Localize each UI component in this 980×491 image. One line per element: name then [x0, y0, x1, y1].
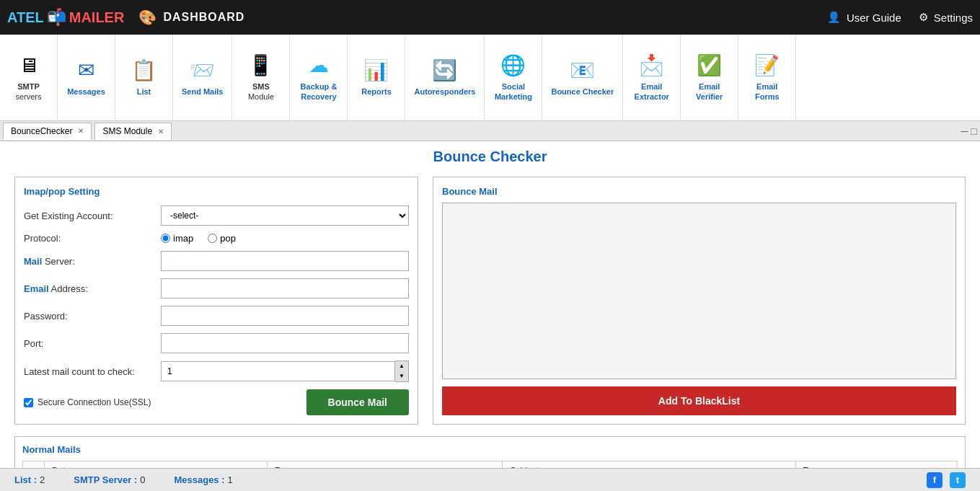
latest-mail-label: Latest mail count to check:	[24, 366, 154, 377]
status-messages-value: 1	[228, 474, 233, 485]
tab-smsmodule-close[interactable]: ✕	[158, 128, 164, 136]
get-existing-select[interactable]: -select-	[161, 205, 409, 226]
col-date: Date	[45, 461, 268, 469]
toolbar-list[interactable]: 📋 List	[115, 35, 173, 120]
toolbar-autoresponders-label: Autoresponders	[414, 87, 475, 97]
status-bar: List : 2 SMTP Server : 0 Messages : 1 f …	[0, 468, 980, 491]
status-smtp-label: SMTP Server :	[74, 474, 137, 485]
tab-minimize-icon[interactable]: ─	[961, 125, 968, 137]
toolbar-bouncechecker-label: Bounce Checker	[551, 87, 614, 97]
smtp-icon: 🖥	[19, 53, 39, 77]
nav-right: 👤 User Guide ⚙ Settings	[827, 11, 973, 24]
toolbar-smtp-label: SMTPservers	[15, 81, 41, 102]
mail-server-row: Mail Server:	[24, 251, 409, 271]
sendmails-icon: 📨	[190, 58, 215, 82]
facebook-icon[interactable]: f	[927, 472, 943, 488]
ssl-checkbox[interactable]	[24, 398, 33, 407]
reports-icon: 📊	[363, 58, 389, 82]
mail-server-input[interactable]	[161, 251, 409, 271]
left-panel: Imap/pop Setting Get Existing Account: -…	[14, 177, 418, 425]
toolbar-sms[interactable]: 📱 SMSModule	[232, 35, 290, 120]
tab-maximize-icon[interactable]: □	[971, 125, 977, 137]
status-list-value: 2	[40, 474, 45, 485]
tab-controls: ─ □	[961, 125, 977, 137]
toolbar-messages-label: Messages	[67, 87, 105, 97]
normal-mails-section: Normal Mails Date From Subject To	[14, 436, 966, 468]
tab-bar: BounceChecker ✕ SMS Module ✕ ─ □	[0, 121, 980, 141]
email-address-row: Email Address:	[24, 278, 409, 298]
toolbar-emailextractor-label: EmailExtractor	[635, 81, 669, 102]
toolbar-autoresponders[interactable]: 🔄 Autoresponders	[405, 35, 485, 120]
settings-icon: ⚙	[919, 11, 928, 24]
toolbar-emailverifier-label: EmailVerifier	[696, 81, 723, 102]
tab-bouncechecker-close[interactable]: ✕	[78, 127, 84, 135]
protocol-imap-text: imap	[173, 233, 193, 244]
bounce-mail-button[interactable]: Bounce Mail	[306, 389, 409, 415]
user-guide-nav[interactable]: 👤 User Guide	[827, 11, 901, 24]
logo-mailer: MAILER	[69, 9, 125, 26]
emailverifier-icon: ✅	[697, 53, 722, 77]
port-label: Port:	[24, 338, 154, 349]
latest-mail-row: Latest mail count to check: ▲ ▼	[24, 360, 409, 382]
password-input[interactable]	[161, 306, 409, 326]
toolbar-sms-label: SMSModule	[248, 81, 274, 102]
get-existing-label: Get Existing Account:	[24, 211, 154, 221]
protocol-pop-radio[interactable]	[208, 234, 217, 243]
spinner-down-button[interactable]: ▼	[395, 371, 408, 381]
toolbar-sendmails[interactable]: 📨 Send Mails	[173, 35, 232, 120]
col-from: From	[267, 461, 502, 469]
status-smtp: SMTP Server : 0	[74, 474, 145, 485]
latest-mail-input[interactable]	[161, 361, 395, 381]
logo-atel: ATEL	[7, 9, 44, 26]
sms-icon: 📱	[248, 53, 273, 77]
dashboard-nav[interactable]: 🎨 DASHBOARD	[138, 9, 244, 26]
ssl-checkbox-label[interactable]: Secure Connection Use(SSL)	[24, 397, 151, 407]
tab-bouncechecker-label: BounceChecker	[11, 126, 72, 136]
normal-mails-title: Normal Mails	[22, 444, 958, 455]
mails-table-header: Date From Subject To	[23, 461, 958, 469]
status-list-label: List :	[14, 474, 37, 485]
get-existing-row: Get Existing Account: -select-	[24, 205, 409, 226]
tab-bouncechecker[interactable]: BounceChecker ✕	[3, 123, 92, 140]
bounce-mail-textarea[interactable]	[442, 203, 956, 379]
content-row: Imap/pop Setting Get Existing Account: -…	[14, 177, 966, 425]
toolbar-emailverifier[interactable]: ✅ EmailVerifier	[681, 35, 738, 120]
email-address-input[interactable]	[161, 278, 409, 298]
bounce-mail-label: Bounce Mail	[442, 186, 956, 197]
top-nav: ATEL 📬 MAILER 🎨 DASHBOARD 👤 User Guide ⚙…	[0, 0, 980, 35]
user-guide-label: User Guide	[847, 12, 901, 24]
ssl-label-text: Secure Connection Use(SSL)	[37, 397, 151, 407]
toolbar-messages[interactable]: ✉ Messages	[58, 35, 115, 120]
status-messages-label: Messages :	[174, 474, 224, 485]
toolbar-reports[interactable]: 📊 Reports	[348, 35, 405, 120]
protocol-imap-label[interactable]: imap	[161, 233, 193, 244]
toolbar-bouncechecker[interactable]: 📧 Bounce Checker	[542, 35, 623, 120]
toolbar-forms[interactable]: 📝 EmailForms	[738, 35, 796, 120]
tab-smsmodule-label: SMS Module	[102, 126, 152, 136]
toolbar-backup[interactable]: ☁ Backup &Recovery	[290, 35, 348, 120]
add-to-blacklist-button[interactable]: Add To BlackList	[442, 386, 956, 415]
protocol-pop-label[interactable]: pop	[208, 233, 236, 244]
status-social: f t	[927, 472, 966, 488]
app-logo: ATEL 📬 MAILER	[7, 8, 124, 27]
settings-nav[interactable]: ⚙ Settings	[919, 11, 973, 24]
spinner-up-button[interactable]: ▲	[395, 361, 408, 371]
settings-label: Settings	[934, 12, 973, 24]
dashboard-icon: 🎨	[138, 9, 157, 26]
tab-smsmodule[interactable]: SMS Module ✕	[94, 123, 172, 140]
toolbar-emailextractor[interactable]: 📩 EmailExtractor	[623, 35, 681, 120]
logo-icon: 📬	[47, 8, 66, 27]
emailextractor-icon: 📩	[639, 53, 664, 77]
status-list: List : 2	[14, 474, 45, 485]
protocol-imap-radio[interactable]	[161, 234, 170, 243]
mail-server-label: Mail Server:	[24, 256, 154, 267]
twitter-icon[interactable]: t	[950, 472, 966, 488]
right-panel: Bounce Mail Add To BlackList	[433, 177, 966, 425]
forms-icon: 📝	[754, 53, 780, 77]
toolbar-social[interactable]: 🌐 SocialMarketing	[485, 35, 542, 120]
port-input[interactable]	[161, 333, 409, 353]
dashboard-label: DASHBOARD	[163, 11, 244, 24]
col-checkbox	[23, 461, 45, 469]
toolbar-smtp[interactable]: 🖥 SMTPservers	[0, 35, 58, 120]
bouncechecker-icon: 📧	[570, 58, 595, 82]
